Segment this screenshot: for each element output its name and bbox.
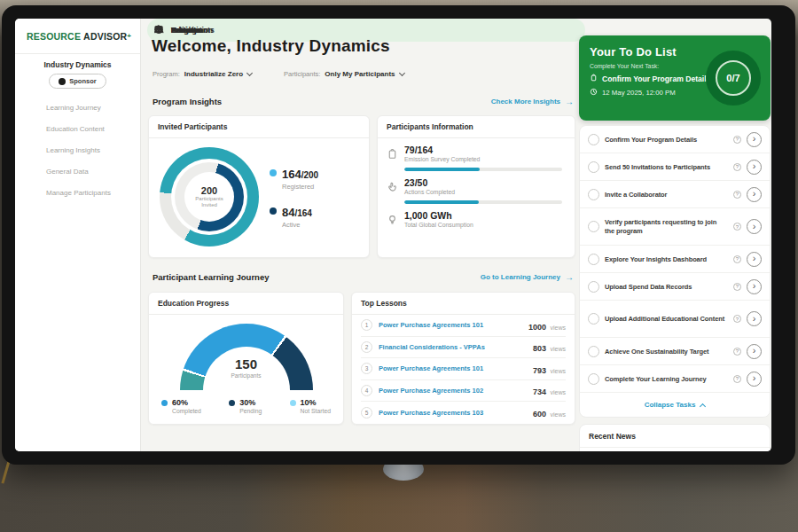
sponsor-icon — [59, 78, 66, 85]
sidebar-item-learning-journey[interactable]: Learning Journey — [15, 97, 140, 118]
sidebar-item-label: General Data — [46, 168, 89, 176]
stat-global-consumption: 1,000 GWh Total Global Consumption — [378, 204, 575, 229]
logo-plus: + — [127, 32, 131, 40]
task-row-complete-learning-journey[interactable]: Complete Your Learning Journey — [580, 365, 770, 393]
task-row-confirm-program[interactable]: Confirm Your Program Details — [580, 126, 770, 153]
sidebar-item-learning-insights[interactable]: Learning Insights — [15, 139, 140, 160]
participants-filter-label: Participants: — [284, 70, 320, 78]
task-checkbox[interactable] — [588, 161, 599, 173]
info-icon[interactable] — [733, 375, 741, 383]
lesson-row: 1 Power Purchase Agreements 101 1000 vie… — [361, 315, 566, 337]
task-checkbox[interactable] — [588, 134, 599, 145]
lesson-row: 2 Financial Considerations - VPPAs 803 v… — [361, 337, 566, 359]
info-icon[interactable] — [733, 255, 741, 263]
chevron-right-button[interactable] — [747, 372, 762, 387]
task-row-upload-spend-data[interactable]: Upload Spend Data Records — [580, 273, 770, 301]
recent-news-card: Recent News — [579, 424, 771, 451]
program-filter-label: Program: — [153, 70, 180, 78]
gauge-center-value: 150 — [180, 356, 313, 372]
task-checkbox[interactable] — [588, 254, 599, 265]
todo-progress-ring: 0/7 — [706, 51, 761, 106]
sidebar-item-education-content[interactable]: Education Content — [15, 118, 140, 139]
lesson-link[interactable]: Power Purchase Agreements 103 — [379, 409, 527, 417]
donut-center-label: Participants Invited — [195, 196, 223, 209]
sidebar-item-manage-participants[interactable]: Manage Participants — [15, 182, 140, 203]
legend-item-not-started: 10% Not Started — [290, 398, 331, 414]
info-icon[interactable] — [733, 315, 741, 323]
info-icon[interactable] — [733, 223, 741, 231]
task-checkbox[interactable] — [588, 373, 599, 385]
main-content: Welcome, Industry Dynamics Program: Indu… — [141, 19, 579, 451]
sidebar-nav: Home Insights Education Learning Journey — [15, 97, 140, 203]
chevron-right-button[interactable] — [747, 160, 762, 175]
chevron-right-button[interactable] — [747, 311, 762, 326]
task-checkbox[interactable] — [588, 281, 599, 293]
lesson-row: 5 Power Purchase Agreements 103 600 view… — [361, 402, 566, 424]
info-icon[interactable] — [733, 136, 741, 144]
rank-badge: 2 — [361, 341, 372, 353]
lesson-link[interactable]: Power Purchase Agreements 102 — [379, 387, 527, 395]
go-to-learning-journey-link[interactable]: Go to Learning Journey → — [481, 272, 574, 282]
legend-dot — [270, 207, 277, 215]
org-name: Industry Dynamics — [15, 60, 140, 69]
arrow-right-icon: → — [565, 272, 574, 282]
task-checkbox[interactable] — [588, 221, 599, 232]
invited-donut-chart: 200 Participants Invited — [160, 147, 259, 246]
legend-dot — [270, 169, 277, 176]
program-filter[interactable]: Program: Industrialize Zero — [153, 70, 252, 78]
task-row-invite-collaborator[interactable]: Invite a Collaborator — [580, 181, 770, 208]
check-more-insights-link[interactable]: Check More Insights → — [491, 97, 574, 106]
chevron-right-button[interactable] — [747, 344, 762, 359]
filters-row: Program: Industrialize Zero Participants… — [153, 70, 404, 78]
task-row-send-invitations[interactable]: Send 50 Invitations to Participants — [580, 153, 770, 181]
logo-advisor: ADVISOR — [83, 31, 127, 42]
task-row-verify-participants[interactable]: Verify participants requesting to join t… — [580, 208, 770, 246]
sidebar-item-general-data[interactable]: General Data — [15, 160, 140, 182]
task-label: Confirm Your Program Details — [605, 136, 728, 144]
chevron-right-button[interactable] — [747, 187, 762, 202]
card-title: Education Progress — [149, 293, 343, 315]
task-row-upload-educational-content[interactable]: Upload Additional Educational Content — [580, 301, 770, 338]
gauge-center-label: Participants — [180, 372, 313, 379]
donut-legend: 164/200 Registered 84/164 Active — [270, 166, 318, 229]
lesson-link[interactable]: Financial Considerations - VPPAs — [379, 343, 527, 351]
lesson-link[interactable]: Power Purchase Agreements 101 — [379, 364, 527, 372]
info-icon[interactable] — [733, 283, 741, 291]
chevron-right-button[interactable] — [747, 252, 762, 267]
collapse-tasks-link[interactable]: Collapse Tasks — [580, 393, 770, 417]
task-label: Upload Spend Data Records — [605, 283, 728, 291]
chevron-right-button[interactable] — [747, 132, 762, 147]
app-logo: RESOURCE ADVISOR + — [15, 19, 140, 54]
chevron-down-icon — [398, 69, 404, 75]
lesson-link[interactable]: Power Purchase Agreements 101 — [379, 321, 522, 329]
participants-filter[interactable]: Participants: Only My Participants — [284, 70, 403, 78]
participants-filter-value: Only My Participants — [325, 70, 395, 78]
task-row-explore-insights[interactable]: Explore Your Insights Dashboard — [580, 246, 770, 273]
legend-item-registered: 164/200 Registered — [270, 166, 318, 191]
sidebar-item-label: Learning Journey — [46, 104, 101, 112]
chevron-right-button[interactable] — [747, 279, 762, 294]
legend-dot — [229, 400, 235, 406]
task-checkbox[interactable] — [588, 346, 599, 357]
clipboard-icon — [590, 74, 598, 83]
todo-panel: Your To Do List Complete Your Next Task:… — [579, 19, 771, 451]
legend-dot — [161, 400, 168, 406]
recent-news-title: Recent News — [580, 425, 770, 448]
chevron-down-icon — [246, 69, 253, 75]
chevron-right-button[interactable] — [747, 219, 762, 234]
program-filter-value: Industrialize Zero — [184, 70, 243, 78]
card-title: Top Lessons — [352, 293, 575, 315]
info-icon[interactable] — [733, 348, 741, 356]
task-checkbox[interactable] — [588, 313, 599, 325]
task-checkbox[interactable] — [588, 189, 599, 200]
info-icon[interactable] — [733, 163, 741, 171]
sidebar-item-label: Manage Participants — [46, 189, 111, 197]
task-row-achieve-target[interactable]: Achieve One Sustainability Target — [580, 338, 770, 365]
card-title: Participants Information — [378, 116, 575, 138]
todo-summary-card: Your To Do List Complete Your Next Task:… — [579, 35, 771, 121]
hand-icon — [387, 180, 398, 196]
sponsor-badge: Sponsor — [49, 74, 106, 89]
legend-item-completed: 60% Completed — [161, 398, 201, 414]
program-insights-heading: Program Insights — [153, 97, 222, 106]
info-icon[interactable] — [733, 191, 741, 199]
